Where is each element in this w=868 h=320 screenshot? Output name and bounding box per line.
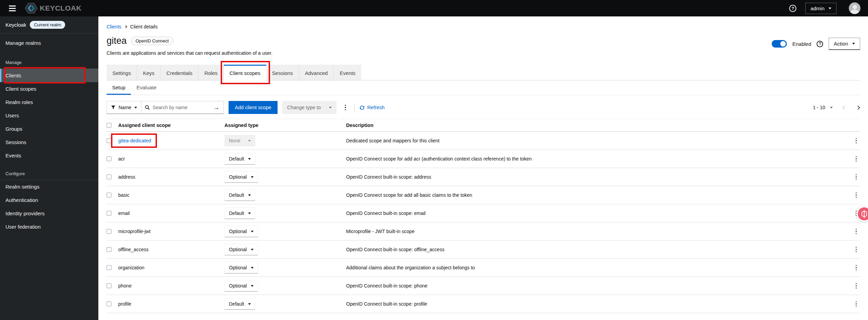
sidebar-item-identity-providers[interactable]: Identity providers [0, 207, 98, 220]
sidebar-item-client-scopes[interactable]: Client scopes [0, 82, 98, 95]
row-kebab-menu[interactable] [852, 280, 860, 292]
avatar[interactable] [849, 2, 860, 14]
row-checkbox[interactable] [107, 247, 111, 252]
chevron-down-icon [852, 43, 855, 44]
chevron-down-icon [829, 8, 831, 9]
sidebar-item-events[interactable]: Events [0, 149, 98, 162]
subtab-setup[interactable]: Setup [107, 80, 131, 95]
select-all-checkbox[interactable] [107, 123, 111, 128]
scope-description: OpenID Connect built-in scope: offline_a… [346, 247, 845, 252]
row-checkbox[interactable] [107, 156, 111, 161]
row-kebab-menu[interactable] [852, 244, 860, 255]
search-input[interactable] [152, 105, 209, 110]
sidebar-item-manage-realms[interactable]: Manage realms [0, 35, 98, 51]
sidebar-item-authentication[interactable]: Authentication [0, 193, 98, 207]
row-kebab-menu[interactable] [852, 153, 860, 165]
table-row: organization Optional Additional claims … [107, 259, 860, 277]
row-checkbox[interactable] [107, 138, 111, 143]
scope-description: OpenID Connect built-in scope: phone [346, 283, 845, 289]
scope-name: email [118, 210, 130, 216]
scope-name: gitea-dedicated [118, 138, 151, 143]
hamburger-menu-icon[interactable] [9, 5, 16, 11]
add-client-scope-button[interactable]: Add client scope [229, 101, 277, 114]
row-kebab-menu[interactable] [852, 226, 860, 237]
floating-widget-icon [858, 207, 868, 220]
filter-icon [111, 105, 115, 110]
sidebar-item-sessions[interactable]: Sessions [0, 136, 98, 149]
tab-credentials[interactable]: Credentials [161, 65, 199, 80]
filter-type-dropdown[interactable]: Name [107, 101, 142, 114]
sidebar-item-realm-settings[interactable]: Realm settings [0, 180, 98, 193]
row-kebab-menu[interactable] [852, 135, 860, 146]
assigned-type-dropdown[interactable]: Default [224, 207, 255, 219]
table-row: microprofile-jwt Optional Microprofile -… [107, 222, 860, 241]
sidebar-item-groups[interactable]: Groups [0, 122, 98, 136]
pagination-range-dropdown[interactable]: 1 - 10 [813, 105, 833, 110]
client-scopes-subtabs: Setup Evaluate [107, 80, 860, 95]
assigned-type-dropdown[interactable]: None [224, 135, 255, 146]
scope-name: organization [118, 265, 144, 270]
subtab-evaluate[interactable]: Evaluate [131, 80, 162, 95]
row-checkbox[interactable] [107, 283, 111, 288]
help-icon[interactable]: ? [789, 5, 796, 12]
change-type-label: Change type to [287, 105, 321, 110]
row-checkbox[interactable] [107, 265, 111, 270]
sidebar-item-users[interactable]: Users [0, 109, 98, 122]
row-kebab-menu[interactable] [852, 298, 860, 310]
toolbar-kebab-menu[interactable] [341, 102, 350, 113]
user-menu-dropdown[interactable]: admin [805, 3, 836, 14]
help-icon[interactable]: ? [817, 41, 823, 47]
sidebar-item-realm-roles[interactable]: Realm roles [0, 95, 98, 109]
keycloak-logo: KEYCLOAK [25, 2, 82, 14]
realm-switcher[interactable]: Keycloak Current realm [0, 16, 98, 34]
tab-keys[interactable]: Keys [137, 65, 160, 80]
tab-roles[interactable]: Roles [198, 65, 223, 80]
scope-link[interactable]: gitea-dedicated [118, 138, 151, 143]
action-dropdown[interactable]: Action [829, 38, 860, 50]
realm-name: Keycloak [5, 22, 26, 28]
row-checkbox[interactable] [107, 229, 111, 234]
row-checkbox[interactable] [107, 175, 111, 179]
search-submit-arrow-icon[interactable]: → [209, 104, 223, 111]
scope-name: profile [118, 301, 131, 307]
tab-settings[interactable]: Settings [107, 65, 137, 80]
toolbar-divider [354, 103, 355, 112]
client-scopes-table: Assigned client scope Assigned type Desc… [107, 119, 860, 313]
pagination-prev-icon[interactable] [842, 105, 847, 110]
change-type-dropdown[interactable]: Change type to [282, 101, 337, 114]
chevron-down-icon [329, 107, 332, 108]
pagination-next-icon[interactable] [856, 105, 860, 110]
pagination-range-label: 1 - 10 [813, 105, 825, 110]
enabled-toggle[interactable] [772, 40, 787, 48]
filter-type-label: Name [119, 105, 131, 110]
assigned-type-dropdown[interactable]: Optional [224, 226, 258, 237]
tab-events[interactable]: Events [334, 65, 361, 80]
assigned-type-dropdown[interactable]: Default [224, 298, 255, 310]
assigned-type-dropdown[interactable]: Default [224, 189, 255, 201]
tab-advanced[interactable]: Advanced [299, 65, 334, 80]
tab-sessions[interactable]: Sessions [266, 65, 299, 80]
assigned-type-dropdown[interactable]: Optional [224, 244, 258, 255]
refresh-button[interactable]: Refresh [359, 105, 385, 110]
breadcrumb-clients-link[interactable]: Clients [107, 24, 121, 29]
row-kebab-menu[interactable] [852, 190, 860, 201]
row-kebab-menu[interactable] [852, 171, 860, 183]
chevron-down-icon [830, 107, 833, 108]
assigned-type-dropdown[interactable]: Default [224, 153, 255, 165]
assigned-type-dropdown[interactable]: Optional [224, 280, 258, 292]
sidebar-item-user-federation[interactable]: User federation [0, 220, 98, 233]
column-header-assigned-type: Assigned type [224, 123, 346, 128]
row-kebab-menu[interactable] [852, 262, 860, 273]
scope-description: Additional claims about the organization… [346, 265, 845, 270]
assigned-type-dropdown[interactable]: Optional [224, 171, 258, 183]
tab-client-scopes[interactable]: Client scopes [224, 65, 266, 80]
sidebar-item-clients[interactable]: Clients [0, 69, 98, 82]
sidebar-section: Manage Clients Client scopes Realm roles… [0, 59, 98, 162]
row-checkbox[interactable] [107, 211, 111, 216]
scope-name: basic [118, 192, 130, 198]
row-checkbox[interactable] [107, 302, 111, 306]
assigned-type-dropdown[interactable]: Optional [224, 262, 258, 273]
scope-name: acr [118, 156, 125, 162]
sidebar-section-title: Manage [0, 59, 98, 68]
row-checkbox[interactable] [107, 193, 111, 197]
